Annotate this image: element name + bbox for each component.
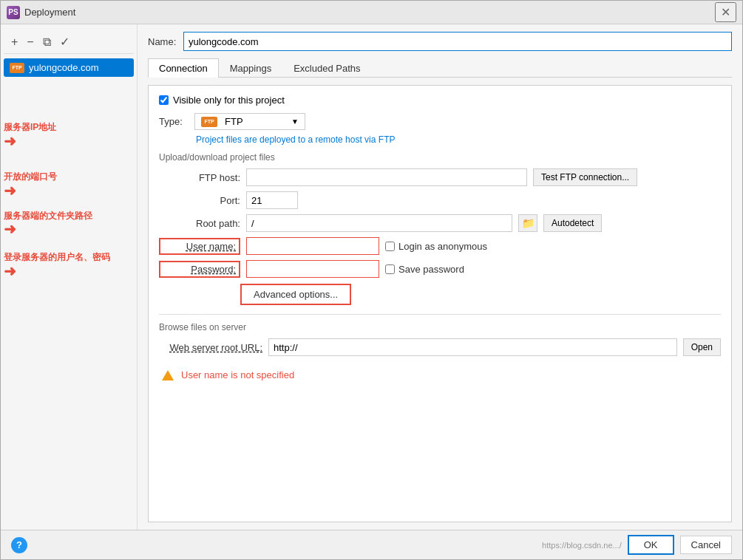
password-label: Password: — [159, 261, 240, 278]
username-row: User name: Login as anonymous — [159, 237, 721, 255]
bottom-bar: ? https://blog.csdn.ne.../ OK Cancel — [1, 530, 742, 559]
sidebar-toolbar: + − ⧉ ✓ — [4, 30, 134, 54]
warning-icon — [162, 370, 174, 380]
root-path-label: Root path: — [159, 218, 240, 229]
main-panel: Name: Connection Mappings Excluded Paths… — [138, 24, 742, 530]
name-input[interactable] — [183, 32, 732, 51]
name-label: Name: — [148, 36, 177, 47]
type-value: FTP — [225, 116, 243, 127]
tab-content-connection: Visible only for this project Type: FTP … — [148, 85, 732, 522]
csdn-link: https://blog.csdn.ne.../ — [542, 541, 622, 550]
tab-connection[interactable]: Connection — [148, 58, 219, 78]
browse-section: Browse files on server Web server root U… — [159, 314, 721, 356]
app-icon: PS — [7, 6, 20, 19]
advanced-options-button[interactable]: Advanced options... — [240, 284, 351, 305]
visible-checkbox[interactable] — [159, 95, 169, 105]
web-url-input[interactable] — [268, 338, 677, 356]
type-label: Type: — [159, 116, 189, 127]
window-title: Deployment — [24, 7, 75, 18]
root-path-input[interactable] — [246, 214, 512, 232]
name-row: Name: — [148, 32, 732, 51]
login-anonymous-label[interactable]: Login as anonymous — [385, 241, 487, 252]
help-button[interactable]: ? — [11, 537, 27, 553]
select-arrow-icon: ▼ — [291, 117, 299, 126]
port-label: Port: — [159, 195, 240, 206]
save-password-checkbox[interactable] — [385, 264, 395, 274]
test-ftp-button[interactable]: Test FTP connection... — [533, 168, 637, 186]
sidebar: + − ⧉ ✓ FTP yulongcode.com 服务器IP地址 ➜ 开放的… — [1, 24, 138, 530]
cancel-button[interactable]: Cancel — [680, 536, 732, 554]
type-row: Type: FTP FTP ▼ — [159, 113, 721, 130]
save-password-text: Save password — [398, 264, 464, 275]
content-area: + − ⧉ ✓ FTP yulongcode.com 服务器IP地址 ➜ 开放的… — [1, 24, 742, 530]
bottom-left: ? — [11, 537, 27, 553]
login-anonymous-text: Login as anonymous — [398, 241, 487, 252]
browse-title: Browse files on server — [159, 322, 721, 332]
annotation-path: 服务器端的文件夹路径 ➜ — [4, 210, 134, 237]
annotation-port: 开放的端口号 ➜ — [4, 171, 134, 198]
close-button[interactable]: ✕ — [715, 2, 736, 22]
bottom-right: https://blog.csdn.ne.../ OK Cancel — [542, 535, 732, 555]
advanced-btn-row: Advanced options... — [240, 284, 721, 305]
annotation-creds: 登录服务器的用户名、密码 ➜ — [4, 251, 134, 279]
username-input[interactable] — [246, 237, 379, 255]
warning-text: User name is not specified — [181, 369, 294, 380]
annotation-ip: 服务器IP地址 ➜ — [4, 121, 134, 148]
upload-section-title: Upload/download project files — [159, 152, 721, 163]
web-url-label: Web server root URL: — [159, 342, 262, 353]
warning-row: User name is not specified — [159, 365, 721, 385]
annotations: 服务器IP地址 ➜ 开放的端口号 ➜ 服务器端的文件夹路径 ➜ 登录服务器的用户… — [4, 121, 134, 279]
visible-label: Visible only for this project — [173, 95, 285, 106]
remove-button[interactable]: − — [24, 34, 36, 50]
copy-button[interactable]: ⧉ — [40, 34, 54, 50]
ftp-type-icon: FTP — [201, 117, 217, 127]
sidebar-item-label: yulongcode.com — [29, 62, 99, 73]
title-bar: PS Deployment ✕ — [1, 1, 742, 24]
autodetect-button[interactable]: Autodetect — [543, 214, 602, 232]
ftp-icon: FTP — [10, 63, 24, 73]
hint-text: Project files are deployed to a remote h… — [159, 134, 721, 145]
web-url-row: Web server root URL: Open — [159, 338, 721, 356]
type-select[interactable]: FTP FTP ▼ — [194, 113, 305, 130]
check-button[interactable]: ✓ — [57, 33, 72, 50]
password-row: Password: Save password — [159, 260, 721, 278]
visible-checkbox-row: Visible only for this project — [159, 95, 721, 106]
folder-browse-button[interactable]: 📁 — [518, 214, 537, 232]
tabs-bar: Connection Mappings Excluded Paths — [148, 58, 732, 78]
username-label: User name: — [159, 238, 240, 255]
port-input[interactable] — [246, 191, 298, 209]
ok-button[interactable]: OK — [628, 535, 674, 555]
root-path-row: Root path: 📁 Autodetect — [159, 214, 721, 232]
ftp-host-input[interactable] — [246, 168, 527, 186]
tab-excluded-paths[interactable]: Excluded Paths — [282, 58, 371, 78]
save-password-label[interactable]: Save password — [385, 264, 464, 275]
deployment-window: PS Deployment ✕ + − ⧉ ✓ FTP yulongcode.c… — [0, 0, 743, 560]
ftp-host-row: FTP host: Test FTP connection... — [159, 168, 721, 186]
add-button[interactable]: + — [8, 34, 21, 50]
ftp-host-label: FTP host: — [159, 172, 240, 183]
credentials-section: User name: Login as anonymous Password: — [159, 237, 721, 278]
tab-mappings[interactable]: Mappings — [219, 58, 282, 78]
open-button[interactable]: Open — [683, 338, 721, 356]
login-anonymous-checkbox[interactable] — [385, 242, 395, 251]
password-input[interactable] — [246, 260, 379, 278]
title-bar-left: PS Deployment — [7, 6, 75, 19]
sidebar-item-ftp[interactable]: FTP yulongcode.com — [4, 58, 134, 77]
port-row: Port: — [159, 191, 721, 209]
